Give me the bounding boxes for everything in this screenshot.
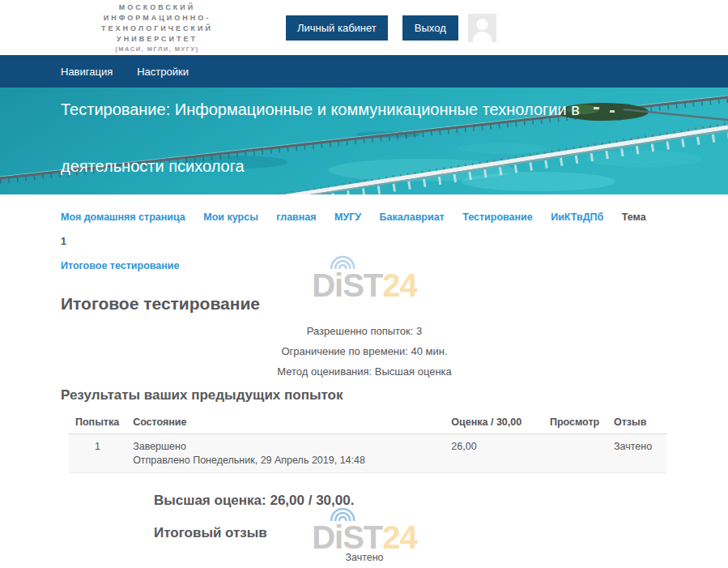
attempt-feedback: Зачтено [607, 434, 666, 473]
course-banner: Тестирование: Информационные и коммуника… [0, 88, 728, 194]
quiz-info: Разрешенно попыток: 3 Ограничение по вре… [61, 321, 668, 382]
grading-method: Метод оценивания: Высшая оценка [61, 361, 668, 382]
attempts-allowed: Разрешенно попыток: 3 [61, 321, 668, 341]
course-title-line1: Тестирование: Информационные и коммуника… [61, 100, 580, 118]
quiz-title-row: DiST24 Итоговое тестирование [61, 294, 668, 314]
page: МОСКОВСКИЙ ИНФОРМАЦИОННО-ТЕХНОЛОГИЧЕСКИЙ… [0, 0, 728, 568]
attempt-state-label: Завершено [133, 441, 438, 452]
breadcrumb-course-code[interactable]: ИиКТвДПб [551, 211, 603, 223]
breadcrumb-bachelor[interactable]: Бакалавриат [380, 211, 445, 223]
attempt-grade: 26,00 [445, 434, 543, 473]
breadcrumb-row: Моя домашняя страница Мои курсы главная … [61, 205, 668, 254]
quiz-title: Итоговое тестирование [61, 294, 668, 314]
col-review: Просмотр [543, 412, 607, 434]
col-attempt: Попытка [69, 412, 126, 434]
breadcrumb-my-courses[interactable]: Мои курсы [203, 211, 258, 223]
feedback-text: Зачтено [61, 552, 668, 563]
time-limit: Ограничение по времени: 40 мин. [61, 341, 668, 361]
header-actions: Личный кабинет Выход [286, 14, 496, 42]
attempts-table-body: 1 Завершено Отправлено Понедельник, 29 А… [69, 434, 666, 473]
col-feedback: Отзыв [607, 412, 666, 434]
site-header: МОСКОВСКИЙ ИНФОРМАЦИОННО-ТЕХНОЛОГИЧЕСКИЙ… [0, 0, 728, 55]
breadcrumb: Моя домашняя страница Мои курсы главная … [61, 205, 668, 278]
wifi-arcs-icon [327, 507, 358, 521]
attempts-header-row: Попытка Состояние Оценка / 30,00 Просмот… [69, 412, 666, 434]
course-title: Тестирование: Информационные и коммуника… [61, 88, 628, 194]
breadcrumb-final-test[interactable]: Итоговое тестирование [61, 260, 179, 271]
course-title-line2: деятельности психолога [61, 157, 245, 175]
attempts-table-head: Попытка Состояние Оценка / 30,00 Просмот… [69, 412, 666, 434]
personal-cabinet-button[interactable]: Личный кабинет [286, 15, 388, 41]
user-avatar[interactable] [468, 14, 496, 42]
feedback-heading: Итоговый отзыв [154, 525, 668, 541]
main-content: Моя домашняя страница Мои курсы главная … [61, 205, 668, 568]
attempt-submitted: Отправлено Понедельник, 29 Апрель 2019, … [133, 455, 438, 466]
attempts-table: Попытка Состояние Оценка / 30,00 Просмот… [69, 412, 666, 473]
attempt-number: 1 [69, 434, 126, 473]
logout-button[interactable]: Выход [402, 15, 458, 41]
user-avatar-icon [468, 14, 496, 42]
best-grade: Высшая оценка: 26,00 / 30,00. [154, 493, 668, 509]
nav-item-settings[interactable]: Настройки [137, 66, 189, 78]
col-state: Состояние [126, 412, 445, 434]
breadcrumb-mugu[interactable]: МУГУ [334, 211, 361, 223]
table-row: 1 Завершено Отправлено Понедельник, 29 А… [69, 434, 666, 473]
breadcrumb-row: Итоговое тестирование [61, 254, 668, 278]
breadcrumb-main[interactable]: главная [276, 211, 316, 223]
nav-item-navigation[interactable]: Навигация [61, 66, 113, 78]
logo-subline: (МАСИ, МГЛИ, МУГУ) [61, 45, 253, 53]
col-grade: Оценка / 30,00 [445, 412, 543, 434]
attempt-review [543, 434, 607, 473]
breadcrumb-testing[interactable]: Тестирование [462, 211, 533, 223]
results-heading: Результаты ваших предыдущих попыток [61, 387, 668, 404]
logo-line: УНИВЕРСИТЕТ [61, 34, 253, 45]
breadcrumb-home[interactable]: Моя домашняя страница [61, 211, 185, 223]
attempt-state: Завершено Отправлено Понедельник, 29 Апр… [126, 434, 445, 473]
university-logo: МОСКОВСКИЙ ИНФОРМАЦИОННО-ТЕХНОЛОГИЧЕСКИЙ… [61, 2, 253, 53]
logo-line: МОСКОВСКИЙ [61, 2, 253, 13]
logo-line: ИНФОРМАЦИОННО-ТЕХНОЛОГИЧЕСКИЙ [61, 13, 253, 34]
feedback-row: DiST24 Итоговый отзыв Зачтено [61, 525, 668, 563]
main-navbar: Навигация Настройки [0, 55, 728, 88]
